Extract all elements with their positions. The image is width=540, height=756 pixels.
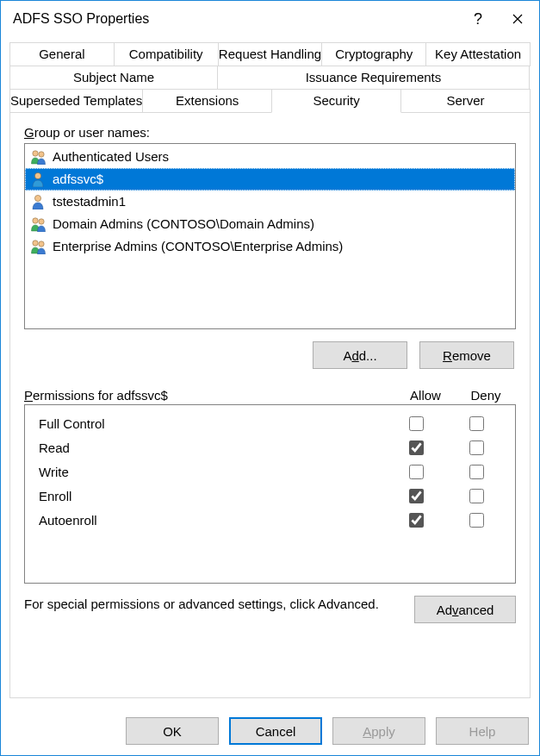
principal-name: Enterprise Admins (CONTOSO\Enterprise Ad… xyxy=(53,237,343,256)
permissions-list: Full ControlReadWriteEnrollAutoenroll xyxy=(24,404,516,584)
tab-general[interactable]: General xyxy=(9,42,115,66)
tab-subject-name[interactable]: Subject Name xyxy=(9,66,218,90)
list-item[interactable]: Authenticated Users xyxy=(25,146,515,168)
deny-checkbox[interactable] xyxy=(469,513,484,528)
permissions-header: Permissions for adfssvc$ Allow Deny xyxy=(24,388,516,403)
svg-point-3 xyxy=(34,195,40,201)
user-icon xyxy=(30,172,47,187)
allow-checkbox[interactable] xyxy=(409,416,424,431)
svg-point-5 xyxy=(39,219,44,224)
add-button[interactable]: Add... xyxy=(313,341,407,369)
svg-point-0 xyxy=(33,151,38,156)
allow-checkbox[interactable] xyxy=(409,489,424,503)
deny-checkbox[interactable] xyxy=(469,489,484,503)
tab-issuance-requirements[interactable]: Issuance Requirements xyxy=(217,66,530,90)
permission-row: Autoenroll xyxy=(30,509,510,533)
principal-buttons: Add... Remove xyxy=(24,329,516,369)
permissions-for-label: Permissions for adfssvc$ xyxy=(24,388,395,403)
close-icon[interactable] xyxy=(498,1,537,37)
tab-compatibility[interactable]: Compatibility xyxy=(114,42,219,66)
group-icon xyxy=(30,149,47,165)
principal-name: tstestadmin1 xyxy=(53,192,126,211)
client-area: General Compatibility Request Handling C… xyxy=(1,37,539,707)
permission-row: Full Control xyxy=(30,412,510,436)
group-icon xyxy=(30,239,47,254)
apply-button[interactable]: Apply xyxy=(332,717,425,745)
svg-point-4 xyxy=(33,218,38,223)
principal-name: Authenticated Users xyxy=(53,147,169,166)
tab-superseded-templates[interactable]: Superseded Templates xyxy=(9,89,143,113)
column-deny: Deny xyxy=(456,388,516,403)
group-or-user-names-label: Group or user names: xyxy=(24,125,516,140)
permission-name: Full Control xyxy=(39,416,386,431)
permission-name: Write xyxy=(39,465,386,479)
deny-checkbox[interactable] xyxy=(469,465,484,479)
tab-row-3: Superseded Templates Extensions Security… xyxy=(9,89,531,113)
principals-list[interactable]: Authenticated Usersadfssvc$tstestadmin1D… xyxy=(24,143,516,329)
remove-button[interactable]: Remove xyxy=(419,341,514,369)
list-item[interactable]: Domain Admins (CONTOSO\Domain Admins) xyxy=(25,213,515,235)
user-icon xyxy=(30,194,47,209)
allow-checkbox[interactable] xyxy=(409,465,424,479)
permission-row: Write xyxy=(30,460,510,484)
svg-point-6 xyxy=(33,241,38,246)
titlebar: ADFS SSO Properties ? xyxy=(1,1,539,37)
advanced-text: For special permissions or advanced sett… xyxy=(24,596,404,613)
allow-checkbox[interactable] xyxy=(409,513,424,528)
permission-name: Autoenroll xyxy=(39,513,386,528)
permission-row: Read xyxy=(30,436,510,460)
list-item[interactable]: tstestadmin1 xyxy=(25,191,515,213)
deny-checkbox[interactable] xyxy=(469,440,484,455)
tab-security[interactable]: Security xyxy=(271,89,401,113)
advanced-row: For special permissions or advanced sett… xyxy=(24,596,516,623)
principal-name: adfssvc$ xyxy=(53,170,103,189)
deny-checkbox[interactable] xyxy=(469,416,484,431)
allow-checkbox[interactable] xyxy=(409,440,424,455)
tab-cryptography[interactable]: Cryptography xyxy=(321,42,426,66)
svg-point-1 xyxy=(39,152,44,157)
principal-name: Domain Admins (CONTOSO\Domain Admins) xyxy=(53,215,314,234)
properties-dialog: ADFS SSO Properties ? General Compatibil… xyxy=(0,0,540,756)
ok-button[interactable]: OK xyxy=(126,717,219,745)
tab-row-1: General Compatibility Request Handling C… xyxy=(9,42,531,66)
tab-server[interactable]: Server xyxy=(400,89,531,113)
svg-point-7 xyxy=(39,241,44,247)
list-item[interactable]: Enterprise Admins (CONTOSO\Enterprise Ad… xyxy=(25,235,515,258)
permission-name: Read xyxy=(39,440,386,455)
svg-point-2 xyxy=(34,172,40,178)
permission-name: Enroll xyxy=(39,489,386,503)
tab-page-security: Group or user names: Authenticated Users… xyxy=(9,113,531,698)
help-button[interactable]: Help xyxy=(436,717,529,745)
permission-row: Enroll xyxy=(30,484,510,509)
dialog-buttons: OK Cancel Apply Help xyxy=(1,707,539,755)
list-item[interactable]: adfssvc$ xyxy=(25,168,515,191)
group-icon xyxy=(30,216,47,232)
tab-key-attestation[interactable]: Key Attestation xyxy=(425,42,531,66)
tab-row-2: Subject Name Issuance Requirements xyxy=(9,66,531,90)
advanced-button[interactable]: Advanced xyxy=(414,596,516,623)
tab-request-handling[interactable]: Request Handling xyxy=(218,42,323,66)
tabstrip: General Compatibility Request Handling C… xyxy=(9,42,531,113)
help-icon[interactable]: ? xyxy=(458,1,498,37)
cancel-button[interactable]: Cancel xyxy=(229,717,322,745)
window-title: ADFS SSO Properties xyxy=(13,11,458,27)
column-allow: Allow xyxy=(395,388,456,403)
tab-extensions[interactable]: Extensions xyxy=(142,89,272,113)
